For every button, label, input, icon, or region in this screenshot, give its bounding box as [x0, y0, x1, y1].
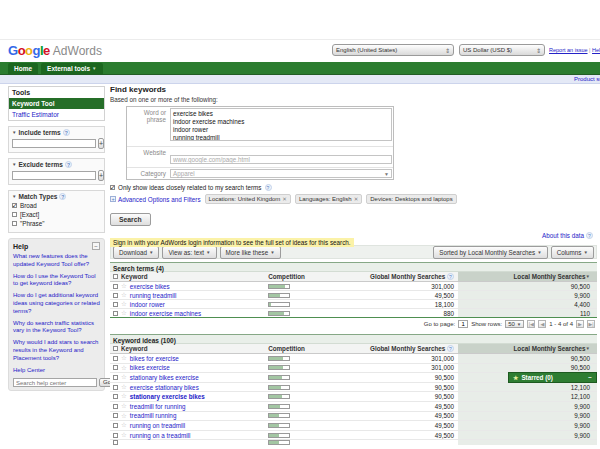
help-link-item[interactable]: How do I get additional keyword ideas us… — [13, 292, 100, 315]
global-column-header[interactable]: Global Monthly Searches — [370, 273, 445, 280]
row-checkbox[interactable] — [113, 365, 118, 370]
star-icon[interactable]: ☆ — [121, 432, 127, 439]
star-icon[interactable]: ☆ — [121, 384, 127, 391]
add-exclude-term-button[interactable]: + — [98, 170, 104, 181]
keyword-link[interactable]: stationary bikes exercise — [130, 374, 199, 381]
star-icon[interactable]: ☆ — [121, 403, 127, 410]
advanced-options-link[interactable]: + Advanced Options and Filters — [110, 196, 201, 203]
sidebar-item-traffic-estimator[interactable]: Traffic Estimator — [9, 109, 104, 120]
include-terms-header[interactable]: ▼ Include terms ? — [12, 129, 101, 136]
star-icon[interactable]: ☆ — [121, 365, 127, 372]
star-icon[interactable]: ☆ — [121, 301, 127, 308]
star-icon[interactable]: ☆ — [121, 374, 127, 381]
include-terms-input[interactable] — [12, 139, 96, 148]
keyword-link[interactable]: indoor rower — [130, 301, 165, 308]
star-icon[interactable]: ☆ — [121, 413, 127, 420]
row-checkbox[interactable] — [113, 385, 118, 390]
row-checkbox[interactable] — [113, 404, 118, 409]
word-phrase-textarea[interactable]: exercise bikes indoor exercise machines … — [170, 108, 392, 141]
keyword-link[interactable]: bikes exercise — [130, 364, 170, 371]
sidebar-item-keyword-tool[interactable]: Keyword Tool — [9, 98, 104, 109]
help-question-icon[interactable]: ? — [65, 161, 72, 168]
row-checkbox[interactable] — [113, 440, 118, 445]
help-link-item[interactable]: Why would I add stars to search results … — [13, 339, 100, 362]
exact-checkbox[interactable] — [12, 212, 17, 217]
keyword-link[interactable]: stationary exercise bikes — [130, 393, 205, 400]
competition-column-header[interactable]: Competition — [268, 273, 305, 280]
match-types-header[interactable]: ▼ Match Types ? — [12, 193, 101, 200]
row-checkbox[interactable] — [113, 284, 118, 289]
select-all-checkbox[interactable] — [113, 274, 118, 279]
row-checkbox[interactable] — [113, 302, 118, 307]
row-checkbox[interactable] — [113, 311, 118, 316]
select-all-checkbox[interactable] — [113, 346, 118, 351]
last-page-button[interactable]: ▶| — [587, 320, 595, 328]
row-checkbox[interactable] — [113, 413, 118, 418]
global-column-header[interactable]: Global Monthly Searches — [370, 345, 445, 352]
tab-external-tools[interactable]: External tools▼ — [41, 63, 102, 74]
currency-select[interactable]: US Dollar (USD $) ⇕ — [459, 44, 545, 56]
help-question-icon[interactable]: ? — [59, 193, 66, 200]
keyword-link[interactable]: treadmill running — [130, 412, 177, 419]
help-center-link[interactable]: Help Center — [13, 367, 100, 375]
help-link-item[interactable]: Why do search traffic statistics vary in… — [13, 320, 100, 336]
view-as-button[interactable]: View as: text▼ — [162, 246, 216, 259]
help-link[interactable]: Help — [592, 47, 600, 53]
sorted-by-button[interactable]: Sorted by Local Monthly Searches▼ — [433, 246, 547, 259]
keyword-column-header[interactable]: Keyword — [121, 273, 148, 280]
help-question-icon[interactable]: ? — [447, 273, 454, 280]
tab-home[interactable]: Home — [8, 63, 38, 74]
category-select[interactable]: Apparel ▼ — [170, 169, 392, 178]
row-checkbox[interactable] — [113, 356, 118, 361]
star-icon[interactable]: ☆ — [121, 310, 127, 317]
keyword-link[interactable]: indoor exercise machines — [130, 310, 201, 317]
keyword-link[interactable]: running on a treadmill — [130, 432, 191, 439]
local-column-header[interactable]: Local Monthly Searches — [513, 345, 585, 352]
star-icon[interactable]: ☆ — [121, 393, 127, 400]
star-icon[interactable]: ☆ — [121, 355, 127, 362]
help-question-icon[interactable]: ? — [265, 184, 272, 191]
row-checkbox[interactable] — [113, 375, 118, 380]
remove-filter-icon[interactable]: ✕ — [282, 196, 287, 202]
keyword-link[interactable]: bikes for exercise — [130, 355, 179, 362]
prev-page-button[interactable]: ◀ — [538, 320, 546, 328]
collapse-help-button[interactable]: − — [92, 242, 100, 250]
more-like-these-button[interactable]: More like these▼ — [220, 246, 281, 259]
keyword-link[interactable]: running on treadmill — [130, 422, 185, 429]
next-page-button[interactable]: ▶ — [576, 320, 584, 328]
rows-per-page-select[interactable]: 50▼ — [505, 320, 524, 328]
page-number-input[interactable] — [458, 320, 468, 328]
report-issue-link[interactable]: Report an issue — [549, 47, 588, 53]
keyword-link[interactable]: exercise bikes — [130, 283, 170, 290]
remove-filter-icon[interactable]: ✕ — [354, 196, 359, 202]
columns-button[interactable]: Columns▼ — [551, 246, 594, 259]
row-checkbox[interactable] — [113, 433, 118, 438]
row-checkbox[interactable] — [113, 394, 118, 399]
website-input[interactable] — [170, 155, 392, 164]
exclude-terms-header[interactable]: ▼ Exclude terms ? — [12, 161, 101, 168]
devices-filter-pill[interactable]: Devices: Desktops and laptops — [366, 194, 456, 204]
keyword-column-header[interactable]: Keyword — [121, 345, 148, 352]
about-this-data-link[interactable]: About this data? — [542, 232, 593, 239]
search-button[interactable]: Search — [110, 213, 151, 226]
only-show-checkbox[interactable] — [110, 185, 115, 190]
help-question-icon[interactable]: ? — [63, 129, 70, 136]
row-checkbox[interactable] — [113, 293, 118, 298]
download-button[interactable]: Download▼ — [113, 246, 159, 259]
first-page-button[interactable]: |◀ — [527, 320, 535, 328]
language-select[interactable]: English (United States) ⇕ — [332, 44, 454, 56]
competition-column-header[interactable]: Competition — [268, 345, 305, 352]
help-link-item[interactable]: How do I use the Keyword Tool to get key… — [13, 273, 100, 289]
phrase-checkbox[interactable] — [12, 221, 17, 226]
keyword-link[interactable]: running treadmill — [130, 292, 177, 299]
keyword-link[interactable]: treadmill for running — [130, 403, 186, 410]
exclude-terms-input[interactable] — [12, 171, 96, 180]
help-link-item[interactable]: What new features does the updated Keywo… — [13, 253, 100, 269]
help-question-icon[interactable]: ? — [447, 345, 454, 352]
broad-checkbox[interactable] — [12, 203, 17, 208]
help-search-input[interactable] — [13, 378, 97, 387]
starred-panel[interactable]: ★ Starred (0) − — [508, 372, 597, 383]
star-icon[interactable]: ☆ — [121, 292, 127, 299]
product-survey-link[interactable]: Product survey — [574, 76, 600, 82]
locations-filter-pill[interactable]: Locations: United Kingdom✕ — [205, 194, 291, 204]
